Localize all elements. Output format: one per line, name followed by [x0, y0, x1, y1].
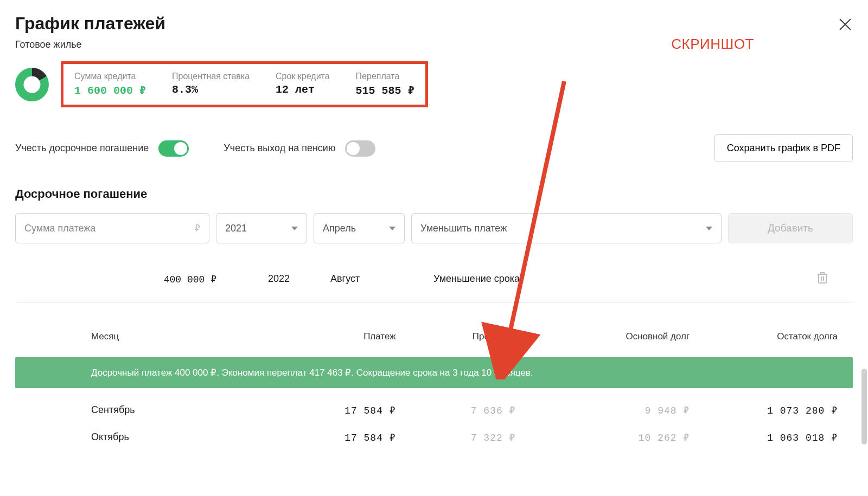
- entry-month: Август: [325, 273, 433, 285]
- cell-remaining: 1 063 018 ₽: [700, 431, 853, 443]
- vertical-scrollbar[interactable]: [861, 369, 867, 445]
- pension-toggle[interactable]: [345, 140, 375, 157]
- summary-term: Срок кредита 12 лет: [276, 72, 330, 97]
- summary-label: Срок кредита: [276, 72, 330, 81]
- cell-payment: 17 584 ₽: [244, 404, 396, 416]
- early-repay-section-title: Досрочное погашение: [15, 187, 853, 201]
- save-pdf-button[interactable]: Сохранить график в PDF: [714, 134, 853, 162]
- summary-label: Процентная ставка: [172, 72, 250, 81]
- summary-label: Сумма кредита: [74, 72, 146, 81]
- th-payment: Платеж: [244, 331, 396, 342]
- early-payment-entry: 400 000 ₽ 2022 Август Уменьшение срока: [15, 272, 853, 303]
- th-month: Месяц: [91, 331, 244, 342]
- month-value: Апрель: [323, 223, 356, 234]
- summary-overpay: Переплата 515 585 ₽: [356, 72, 414, 97]
- screenshot-overlay-text: СКРИНШОТ: [671, 36, 754, 53]
- cell-remaining: 1 073 280 ₽: [700, 404, 853, 416]
- chevron-down-icon: [706, 227, 712, 230]
- svg-rect-2: [819, 274, 826, 283]
- year-value: 2021: [225, 223, 247, 234]
- cell-month: Сентябрь: [91, 404, 244, 416]
- summary-value: 515 585 ₽: [356, 83, 414, 97]
- month-select[interactable]: Апрель: [314, 213, 405, 243]
- close-icon[interactable]: [838, 17, 853, 32]
- cell-payment: 17 584 ₽: [244, 431, 396, 443]
- chevron-down-icon: [389, 227, 395, 230]
- year-select[interactable]: 2021: [216, 213, 307, 243]
- chevron-down-icon: [291, 227, 298, 230]
- loan-summary-box: Сумма кредита 1 600 000 ₽ Процентная ста…: [61, 61, 428, 107]
- cell-principal: 9 948 ₽: [548, 404, 700, 416]
- table-headers: Месяц Платеж Проценты Основной долг Оста…: [15, 331, 853, 357]
- mode-value: Уменьшить платеж: [420, 223, 507, 234]
- summary-value: 12 лет: [276, 83, 330, 96]
- cell-interest: 7 636 ₽: [396, 404, 548, 416]
- summary-value: 8.3%: [172, 83, 250, 96]
- pension-toggle-label: Учесть выход на пенсию: [224, 143, 335, 154]
- page-title: График платежей: [15, 14, 165, 34]
- th-remaining: Остаток долга: [700, 331, 853, 342]
- early-repay-toggle[interactable]: [158, 140, 189, 157]
- trash-icon[interactable]: [817, 272, 844, 286]
- payment-amount-input[interactable]: Сумма платежа ₽: [15, 213, 209, 243]
- table-row: Октябрь 17 584 ₽ 7 322 ₽ 10 262 ₽ 1 063 …: [15, 424, 853, 451]
- repay-mode-select[interactable]: Уменьшить платеж: [411, 213, 722, 243]
- table-row: Сентябрь 17 584 ₽ 7 636 ₽ 9 948 ₽ 1 073 …: [15, 397, 853, 424]
- progress-donut-icon: [15, 68, 49, 101]
- cell-principal: 10 262 ₽: [548, 431, 700, 443]
- early-payment-banner: Досрочный платеж 400 000 ₽. Экономия пер…: [15, 357, 853, 388]
- input-placeholder: Сумма платежа: [24, 223, 95, 234]
- entry-amount: 400 000 ₽: [24, 273, 233, 285]
- early-repay-toggle-label: Учесть досрочное погашение: [15, 143, 149, 154]
- ruble-icon: ₽: [194, 222, 200, 234]
- th-interest: Проценты: [396, 331, 548, 342]
- entry-mode: Уменьшение срока: [433, 273, 520, 285]
- entry-year: 2022: [233, 273, 325, 285]
- cell-month: Октябрь: [91, 431, 244, 443]
- summary-loan-amount: Сумма кредита 1 600 000 ₽: [74, 72, 146, 97]
- svg-point-1: [24, 77, 40, 92]
- th-principal: Основной долг: [548, 331, 700, 342]
- cell-interest: 7 322 ₽: [396, 431, 548, 443]
- summary-value: 1 600 000 ₽: [74, 83, 146, 97]
- add-button[interactable]: Добавить: [728, 213, 853, 243]
- summary-rate: Процентная ставка 8.3%: [172, 72, 250, 97]
- summary-label: Переплата: [356, 72, 414, 81]
